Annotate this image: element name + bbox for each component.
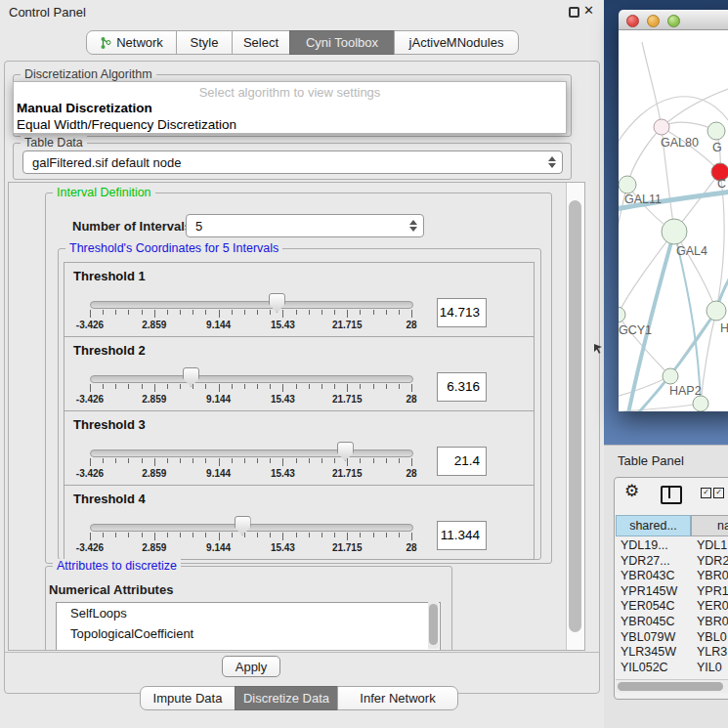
cell-name[interactable]: YPR1 — [691, 584, 728, 600]
column-header-name[interactable]: na — [691, 515, 728, 536]
tab-network[interactable]: Network — [86, 30, 177, 55]
network-edge[interactable] — [662, 89, 728, 127]
discretization-algorithm-title: Discretization Algorithm — [21, 67, 156, 81]
table-row[interactable]: YPR145W YPR1 — [616, 584, 728, 600]
slider-thumb[interactable] — [337, 442, 354, 461]
gear-icon[interactable]: ⚙ — [624, 481, 639, 500]
network-window-titlebar[interactable] — [619, 10, 728, 30]
cell-name[interactable]: YBL0 — [691, 630, 728, 646]
table-header-row: shared... na — [616, 515, 728, 536]
threshold-label: Threshold 3 — [73, 417, 146, 432]
tick-label: 21.715 — [332, 542, 363, 553]
cell-shared-name[interactable]: YLR345W — [616, 645, 691, 661]
cell-name[interactable]: YER0 — [691, 599, 728, 615]
float-window-icon[interactable] — [569, 7, 579, 18]
network-edge[interactable] — [642, 42, 662, 127]
scrollbar-thumb[interactable] — [569, 200, 581, 632]
threshold-panel: Threshold 3 -3.4262.8599.14415.4321.7152… — [64, 411, 534, 486]
table-row[interactable]: YIL052C YIL0 — [616, 661, 728, 676]
slider-thumb[interactable] — [235, 516, 251, 535]
network-node[interactable] — [707, 122, 725, 140]
table-row[interactable]: YDL19... YDL1 — [616, 538, 728, 554]
attributes-group-title: Attributes to discretize — [53, 559, 181, 573]
threshold-value-field[interactable]: 14.713 — [437, 298, 487, 327]
network-canvas[interactable]: GAL80GCGAL11GAL4GCY1HHAP2 — [619, 30, 728, 411]
column-layout-icon[interactable] — [661, 486, 682, 504]
network-edge[interactable] — [627, 127, 662, 185]
tab-discretize-data[interactable]: Discretize Data — [235, 686, 338, 710]
cell-name[interactable]: YDL1 — [691, 538, 728, 554]
close-traffic-light-icon[interactable] — [626, 15, 639, 27]
slider-thumb[interactable] — [183, 367, 199, 387]
apply-button[interactable]: Apply — [222, 656, 280, 677]
tab-infer-network[interactable]: Infer Network — [337, 686, 458, 710]
network-node[interactable] — [663, 368, 678, 384]
table-row[interactable]: YBR043C YBR0 — [616, 569, 728, 584]
tick-label: -3.426 — [76, 468, 104, 479]
network-window[interactable]: GAL80GCGAL11GAL4GCY1HHAP2 — [619, 10, 728, 411]
threshold-value-field[interactable]: 21.4 — [437, 447, 487, 476]
network-node[interactable] — [654, 119, 669, 135]
threshold-value-field[interactable]: 11.344 — [437, 521, 487, 550]
network-node[interactable] — [619, 176, 636, 193]
cell-shared-name[interactable]: YBR045C — [616, 615, 691, 630]
tab-cyni-toolbox[interactable]: Cyni Toolbox — [289, 30, 395, 55]
table-data-combobox[interactable]: galFiltered.sif default node — [22, 150, 563, 174]
cell-shared-name[interactable]: YDL19... — [616, 538, 691, 554]
cell-name[interactable]: YDR2 — [691, 554, 728, 570]
tick-label: 28 — [406, 320, 416, 330]
stepper-icon — [548, 156, 556, 168]
tick-label: 15.43 — [271, 394, 295, 405]
number-of-intervals-combobox[interactable]: 5 — [186, 214, 424, 237]
network-node[interactable] — [662, 219, 687, 244]
cell-shared-name[interactable]: YBR043C — [616, 569, 691, 584]
cell-name[interactable]: YBR0 — [691, 615, 728, 630]
tab-select[interactable]: Select — [232, 30, 290, 55]
slider-track[interactable] — [90, 450, 413, 457]
list-item[interactable]: TopologicalCoefficient — [57, 623, 440, 644]
tab-style[interactable]: Style — [176, 30, 233, 55]
table-body: YDL19... YDL1 YDR27... YDR2 YBR043C YBR0 — [616, 538, 728, 675]
close-icon[interactable]: ✕ — [583, 3, 594, 18]
slider-track[interactable] — [90, 301, 413, 309]
tick-label: 2.859 — [142, 468, 166, 479]
cell-name[interactable]: YLR3 — [691, 645, 728, 661]
cell-shared-name[interactable]: YPR145W — [616, 584, 691, 600]
table-row[interactable]: YER054C YER0 — [616, 599, 728, 615]
slider-track[interactable] — [90, 524, 413, 532]
network-node[interactable] — [619, 307, 625, 322]
checkbox-icon[interactable]: ✓ — [701, 488, 711, 498]
list-item[interactable]: BetweennessCentrality — [57, 644, 440, 651]
column-header-shared-name[interactable]: shared... — [616, 515, 691, 536]
zoom-traffic-light-icon[interactable] — [667, 15, 680, 27]
table-horizontal-scrollbar[interactable] — [616, 679, 728, 693]
cell-shared-name[interactable]: YBL079W — [616, 630, 691, 646]
minimize-traffic-light-icon[interactable] — [647, 15, 660, 27]
threshold-panel: Threshold 2 -3.4262.8599.14415.4321.7152… — [64, 337, 534, 411]
list-scrollbar[interactable] — [428, 602, 439, 649]
scrollbar-thumb[interactable] — [618, 682, 723, 691]
table-row[interactable]: YLR345W YLR3 — [616, 645, 728, 661]
settings-scrollbar[interactable] — [566, 183, 584, 650]
cell-shared-name[interactable]: YDR27... — [616, 554, 691, 570]
network-edge[interactable] — [619, 232, 674, 315]
checkbox-icon[interactable]: ✓ — [713, 488, 724, 498]
cell-name[interactable]: YIL0 — [691, 661, 728, 676]
table-row[interactable]: YDR27... YDR2 — [616, 554, 728, 570]
tab-impute-data[interactable]: Impute Data — [140, 686, 236, 710]
table-row[interactable]: YBL079W YBL0 — [616, 630, 728, 646]
tick-label: 9.144 — [206, 320, 231, 330]
menu-item-equal-width-frequency[interactable]: Equal Width/Frequency Discretization — [17, 117, 236, 132]
cell-name[interactable]: YBR0 — [691, 569, 728, 584]
network-node[interactable] — [707, 301, 726, 321]
threshold-value-field[interactable]: 6.316 — [437, 372, 487, 402]
list-item[interactable]: SelfLoops — [57, 603, 440, 623]
menu-item-manual-discretization[interactable]: Manual Discretization — [17, 101, 152, 115]
network-edge[interactable] — [623, 404, 701, 411]
cell-shared-name[interactable]: YER054C — [616, 599, 691, 615]
table-row[interactable]: YBR045C YBR0 — [616, 615, 728, 630]
network-node[interactable] — [693, 396, 708, 411]
slider-track[interactable] — [90, 375, 413, 383]
cell-shared-name[interactable]: YIL052C — [616, 661, 691, 676]
tab-jactivemnodules[interactable]: jActiveMNodules — [394, 30, 519, 55]
